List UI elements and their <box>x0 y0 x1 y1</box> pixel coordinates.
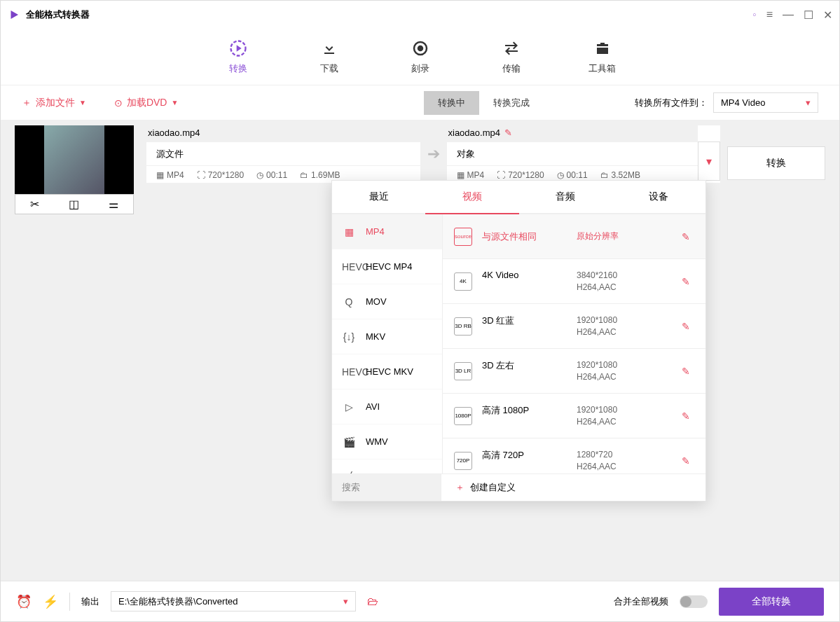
plus-icon: ＋ <box>22 97 32 109</box>
load-dvd-button[interactable]: ⊙ 加载DVD ▼ <box>114 97 178 109</box>
edit-icon[interactable]: ✎ <box>682 276 694 287</box>
preset-spec: 1280*720H264,AAC <box>577 449 617 473</box>
format-select[interactable]: MP4 Video ▾ <box>713 92 818 113</box>
folder-icon[interactable]: 🗁 <box>367 595 378 608</box>
arrow-icon: ➔ <box>427 145 440 163</box>
tab-burn[interactable]: 刻录 <box>399 39 441 75</box>
fp-tab-recent[interactable]: 最近 <box>332 181 425 213</box>
edit-icon[interactable]: ✎ <box>682 366 694 377</box>
target-duration: ◷ 00:11 <box>557 170 588 180</box>
seg-converting[interactable]: 转换中 <box>424 91 479 115</box>
tab-toolbox[interactable]: 工具箱 <box>581 39 624 75</box>
source-format: ▦ MP4 <box>156 170 184 180</box>
source-size: 🗀 1.69MB <box>300 170 340 180</box>
chevron-down-icon: ▼ <box>171 99 178 106</box>
format-item-mkv[interactable]: {↓}MKV <box>332 319 442 354</box>
preset-name: 3D 红蓝 <box>482 315 577 338</box>
app-icon <box>8 8 20 21</box>
titlebar: 全能格式转换器 ◦ ≡ — ☐ ✕ <box>1 1 839 29</box>
source-res: ⛶ 720*1280 <box>197 170 244 180</box>
format-icon: Q <box>342 296 356 307</box>
format-item-mov[interactable]: QMOV <box>332 284 442 319</box>
svg-point-4 <box>418 46 422 50</box>
tab-download[interactable]: 下载 <box>308 39 350 75</box>
target-size: 🗀 3.52MB <box>600 170 640 180</box>
format-icon: 🎬 <box>342 436 356 448</box>
merge-label: 合并全部视频 <box>614 595 668 608</box>
preset-name: 3D 左右 <box>482 359 577 383</box>
source-card: xiaodao.mp4 源文件 ▦ MP4 ⛶ 720*1280 ◷ 00:11… <box>146 125 420 183</box>
format-item-mp4[interactable]: ▦MP4 <box>332 214 442 249</box>
maximize-icon[interactable]: ☐ <box>804 8 813 22</box>
format-item-avi[interactable]: ▷AVI <box>332 389 442 424</box>
fp-tab-device[interactable]: 设备 <box>612 181 705 213</box>
file-list: ✂ ◫ ⚌ xiaodao.mp4 源文件 ▦ MP4 ⛶ 720*1280 ◷… <box>1 120 839 581</box>
edit-icon[interactable]: ✎ <box>682 231 694 242</box>
output-path-input[interactable] <box>118 596 343 607</box>
output-label: 输出 <box>81 595 99 608</box>
convert-button[interactable]: 转换 <box>727 146 825 180</box>
convert-all-label: 转换所有文件到： <box>635 97 708 109</box>
target-section: 对象 <box>447 142 698 166</box>
preset-icon: 3D LR <box>454 362 472 380</box>
minimize-icon[interactable]: — <box>783 8 794 21</box>
merge-toggle[interactable] <box>680 595 708 608</box>
target-card: xiaodao.mp4 ✎ 对象 ▦ MP4 ⛶ 720*1280 ◷ 00:1… <box>447 125 721 183</box>
seg-done[interactable]: 转换完成 <box>479 91 544 115</box>
preset-spec: 1920*1080H264,AAC <box>577 359 617 383</box>
preset-spec: 1920*1080H264,AAC <box>577 315 617 338</box>
output-path-select[interactable]: ▾ <box>111 591 356 611</box>
preset-icon: source <box>454 228 472 246</box>
preset-icon: 4K <box>454 272 472 291</box>
preset-item[interactable]: source与源文件相同原始分辨率✎ <box>443 214 705 259</box>
edit-icon[interactable]: ✎ <box>682 455 694 466</box>
edit-icon[interactable]: ✎ <box>682 410 694 422</box>
format-icon: ▦ <box>342 226 356 237</box>
crop-icon[interactable]: ◫ <box>69 198 79 211</box>
add-file-button[interactable]: ＋ 添加文件 ▼ <box>22 97 86 109</box>
preset-name: 高清 1080P <box>482 404 577 428</box>
chevron-down-icon: ▾ <box>343 596 348 607</box>
format-item-m4v[interactable]: ╱M4V <box>332 459 442 474</box>
preset-item[interactable]: 720P高清 720P1280*720H264,AAC✎ <box>443 438 705 474</box>
format-icon: {↓} <box>342 331 356 343</box>
main-tabs: 转换 下载 刻录 传输 工具箱 <box>1 29 839 85</box>
adjust-icon[interactable]: ⚌ <box>109 198 118 211</box>
user-icon[interactable]: ◦ <box>752 8 757 21</box>
bottom-bar: ⏰ ⚡ 输出 ▾ 🗁 合并全部视频 全部转换 <box>1 581 839 621</box>
edit-icon[interactable]: ✎ <box>504 127 512 138</box>
preset-item[interactable]: 1080P高清 1080P1920*1080H264,AAC✎ <box>443 394 705 438</box>
clock-icon[interactable]: ⏰ <box>16 594 32 609</box>
status-segment: 转换中 转换完成 <box>424 91 544 115</box>
format-item-hevc-mkv[interactable]: HEVCHEVC MKV <box>332 354 442 389</box>
preset-item[interactable]: 3D RB3D 红蓝1920*1080H264,AAC✎ <box>443 304 705 349</box>
video-thumbnail[interactable] <box>15 125 134 194</box>
target-format: ▦ MP4 <box>457 170 485 180</box>
format-list: ▦MP4HEVCHEVC MP4QMOV{↓}MKVHEVCHEVC MKV▷A… <box>332 214 443 474</box>
fp-tab-audio[interactable]: 音频 <box>519 181 612 213</box>
fp-tab-video[interactable]: 视频 <box>425 181 518 213</box>
format-item-wmv[interactable]: 🎬WMV <box>332 424 442 459</box>
chevron-down-icon: ▼ <box>79 99 86 106</box>
create-custom-button[interactable]: ＋ 创建自定义 <box>441 474 705 501</box>
chevron-down-icon: ▾ <box>806 97 811 108</box>
menu-icon[interactable]: ≡ <box>766 8 773 21</box>
preset-icon: 3D RB <box>454 317 472 336</box>
cut-icon[interactable]: ✂ <box>30 198 39 211</box>
preset-item[interactable]: 4K4K Video3840*2160H264,AAC✎ <box>443 259 705 304</box>
format-item-hevc-mp4[interactable]: HEVCHEVC MP4 <box>332 249 442 284</box>
preset-spec: 3840*2160H264,AAC <box>577 270 617 293</box>
target-format-dropdown[interactable]: ▾ <box>698 141 720 181</box>
source-section: 源文件 <box>146 142 420 166</box>
convert-all-button[interactable]: 全部转换 <box>719 588 824 616</box>
preset-name: 高清 720P <box>482 449 577 473</box>
speed-icon[interactable]: ⚡ <box>43 594 58 609</box>
edit-icon[interactable]: ✎ <box>682 321 694 332</box>
tab-transfer[interactable]: 传输 <box>490 39 532 75</box>
preset-spec: 1920*1080H264,AAC <box>577 404 617 428</box>
close-icon[interactable]: ✕ <box>823 8 832 22</box>
source-filename: xiaodao.mp4 <box>146 125 420 142</box>
preset-list: source与源文件相同原始分辨率✎4K4K Video3840*2160H26… <box>443 214 705 474</box>
preset-item[interactable]: 3D LR3D 左右1920*1080H264,AAC✎ <box>443 349 705 394</box>
format-search-input[interactable]: 搜索 <box>332 474 441 501</box>
